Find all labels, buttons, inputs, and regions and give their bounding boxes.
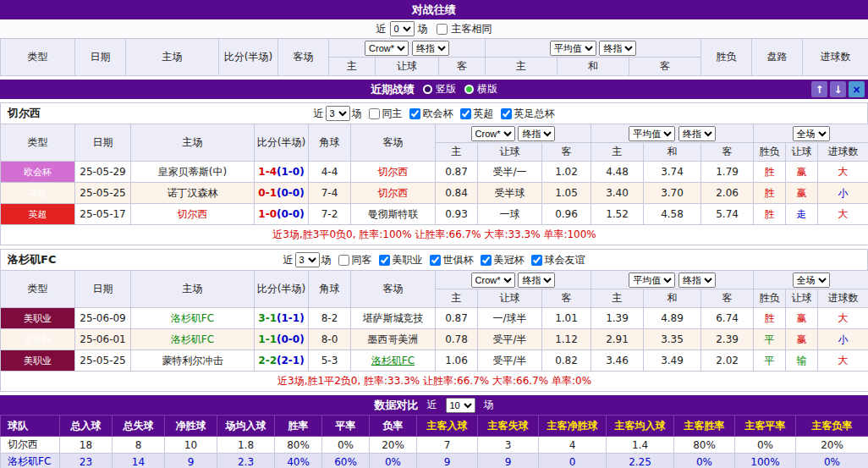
filter-checkbox-epl[interactable]	[460, 108, 471, 119]
filter-checkbox-facup[interactable]	[501, 108, 512, 119]
same-venue-checkbox[interactable]	[437, 24, 448, 35]
recent-results-bar: 近期战绩 竖版 横版 ↑ ↓ ×	[0, 80, 868, 99]
col-header-away: 客场	[278, 39, 329, 76]
fulltime-score: 3-1	[258, 312, 277, 324]
home-team[interactable]: 洛杉矶FC	[131, 329, 255, 350]
odds-stage-select[interactable]: 终指	[412, 41, 449, 56]
avg-group-header: 平均值 终指	[591, 124, 754, 143]
score-cell[interactable]: 1-0(0-0)	[255, 204, 309, 225]
away-team[interactable]: 洛杉矶FC	[351, 350, 436, 372]
league-badge: 世俱杯	[1, 329, 75, 350]
away-team[interactable]: 墨西哥美洲	[351, 329, 436, 350]
scope-select[interactable]: 全场	[793, 273, 830, 288]
away-team[interactable]: 曼彻斯特联	[351, 204, 436, 225]
away-team[interactable]: 切尔西	[351, 162, 436, 183]
col-header-total-goals: 总入球	[60, 416, 113, 437]
team-name[interactable]: 切尔西	[1, 437, 60, 454]
avg-stage-select[interactable]: 终指	[599, 41, 636, 56]
match-count-select[interactable]: 3	[295, 252, 320, 267]
avg-away: 1.79	[701, 162, 754, 183]
filter-checkbox-mls[interactable]	[379, 255, 390, 266]
match-row: 欧会杯 25-05-29 皇家贝蒂斯(中) 1-4(1-0) 4-4 切尔西 0…	[1, 162, 868, 183]
score-cell[interactable]: 1-1(0-0)	[255, 329, 309, 350]
col-header-avg-goals: 场均入球	[217, 416, 275, 437]
handicap-result-cell: 赢	[786, 183, 818, 204]
stat-cell: 20%	[370, 437, 417, 454]
filter-checkbox-same-home[interactable]	[369, 108, 380, 119]
home-team[interactable]: 洛杉矶FC	[131, 308, 255, 329]
team-name[interactable]: 洛杉矶FC	[1, 454, 60, 468]
scope-select[interactable]: 全场	[793, 126, 830, 141]
odds-group-header: Crow* 终指	[436, 124, 591, 143]
score-cell[interactable]: 0-1(0-0)	[255, 183, 309, 204]
radio-vertical[interactable]: 竖版	[423, 82, 456, 96]
match-count-select[interactable]: 3	[326, 106, 350, 121]
checkbox-label: 美职业	[393, 253, 423, 267]
away-team[interactable]: 堪萨斯城竞技	[351, 308, 436, 329]
avg-select[interactable]: 平均值	[550, 41, 596, 56]
col-header-venue-goals: 主客入球	[417, 416, 478, 437]
home-team[interactable]: 切尔西	[131, 204, 255, 225]
scope-group-header: 全场	[754, 271, 868, 289]
filter-checkbox-same-away[interactable]	[338, 255, 349, 266]
score-cell[interactable]: 2-2(2-1)	[255, 350, 309, 372]
filter-checkbox-friendly[interactable]	[531, 255, 542, 266]
col-header-venue-goal-diff: 主客净胜球	[539, 416, 607, 437]
h2h-count-select[interactable]: 0	[390, 21, 415, 36]
corner-score: 4-4	[309, 162, 351, 183]
avg-away: 5.74	[701, 204, 754, 225]
unit-label: 场	[352, 107, 362, 121]
odds-home: 0.84	[436, 183, 478, 204]
odds-home: 0.87	[436, 162, 478, 183]
avg-select[interactable]: 平均值	[629, 273, 675, 288]
score-cell[interactable]: 3-1(1-1)	[255, 308, 309, 329]
home-team[interactable]: 皇家贝蒂斯(中)	[131, 162, 255, 183]
match-date: 25-05-17	[75, 204, 131, 225]
move-up-button[interactable]: ↑	[811, 81, 827, 97]
stat-cell: 0%	[735, 437, 796, 454]
col-header-avg-draw: 和	[558, 58, 629, 76]
bookmaker-select[interactable]: Crow*	[471, 126, 515, 141]
filter-checkbox-uecl[interactable]	[409, 108, 420, 119]
avg-select[interactable]: 平均值	[629, 126, 675, 141]
col-header-date: 日期	[75, 39, 126, 76]
compare-title-bar: 数据对比 近 10 场	[0, 395, 868, 415]
col-header-score: 比分(半场)	[219, 39, 278, 76]
team-filters: 近 3 场 同客 美职业 世俱杯 美冠杯 球会友谊	[283, 252, 585, 267]
col-header-venue-draw-rate: 主客平率	[735, 416, 796, 437]
compare-count-select[interactable]: 10	[446, 398, 475, 413]
close-button[interactable]: ×	[849, 81, 865, 97]
stat-cell: 80%	[674, 437, 735, 454]
stat-cell: 3	[478, 437, 539, 454]
move-down-button[interactable]: ↓	[830, 81, 846, 97]
avg-stage-select[interactable]: 终指	[678, 273, 716, 288]
col-header-avg-draw: 和	[644, 143, 701, 162]
halftime-score: (1-1)	[277, 312, 305, 324]
stat-cell: 7	[417, 437, 478, 454]
home-team[interactable]: 诺丁汉森林	[131, 183, 255, 204]
col-header-odds-handicap: 让球	[478, 289, 542, 308]
match-row: 美职业 25-06-09 洛杉矶FC 3-1(1-1) 8-2 堪萨斯城竞技 0…	[1, 308, 868, 329]
bookmaker-select[interactable]: Crow*	[471, 273, 515, 288]
match-date: 25-05-25	[75, 183, 131, 204]
score-cell[interactable]: 1-4(1-0)	[255, 162, 309, 183]
col-header-odds-away: 客	[542, 143, 591, 162]
checkbox-label: 美冠杯	[494, 253, 525, 267]
col-header-score: 比分(半场)	[255, 271, 309, 308]
filter-checkbox-concacaf[interactable]	[481, 255, 492, 266]
result-cell: 平	[754, 329, 786, 350]
match-date: 25-05-29	[75, 162, 131, 183]
radio-horizontal[interactable]: 横版	[464, 82, 497, 96]
col-header-avg-away: 客	[629, 58, 701, 76]
away-team[interactable]: 切尔西	[351, 183, 436, 204]
odds-stage-select[interactable]: 终指	[518, 126, 555, 141]
handicap-result-cell: 走	[786, 204, 818, 225]
bookmaker-select[interactable]: Crow*	[365, 41, 409, 56]
stat-cell: 18	[60, 437, 113, 454]
avg-stage-select[interactable]: 终指	[678, 126, 716, 141]
home-team[interactable]: 蒙特利尔冲击	[131, 350, 255, 372]
avg-group-header: 平均值 终指	[486, 39, 701, 58]
filter-checkbox-cwc[interactable]	[430, 255, 441, 266]
odds-stage-select[interactable]: 终指	[518, 273, 555, 288]
goals-result-cell: 大	[818, 350, 868, 372]
